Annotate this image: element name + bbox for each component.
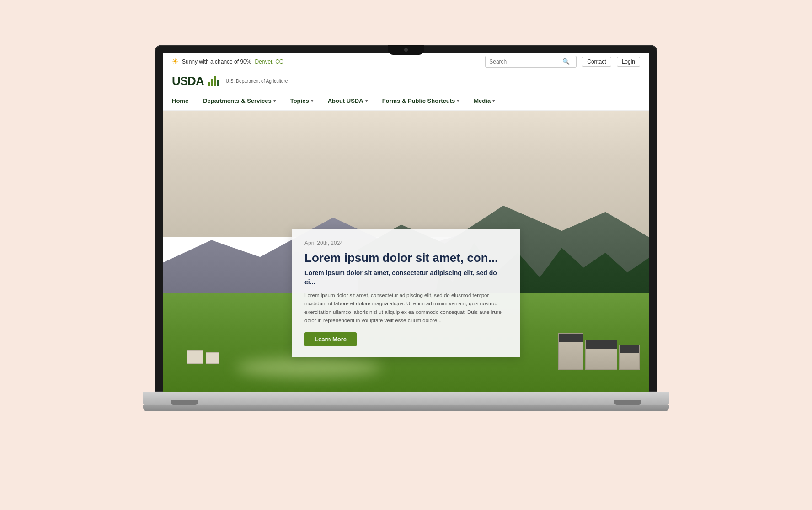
nav-item-departments[interactable]: Departments & Services ▾ [196, 91, 283, 110]
nav-departments-label: Departments & Services [203, 97, 272, 104]
roof-1 [559, 334, 583, 342]
weather-location: Denver, CO [255, 58, 283, 65]
card-body-text: Lorem ipsum dolor sit amet, consectetur … [304, 291, 508, 325]
sky-layer [163, 111, 649, 237]
nav-item-home[interactable]: Home [172, 91, 196, 110]
logo-section[interactable]: USDA U.S. Department of Agriculture [172, 74, 288, 88]
media-chevron-icon: ▾ [492, 98, 495, 103]
buildings-left [187, 350, 219, 364]
search-bar[interactable]: 🔍 [485, 56, 577, 68]
logo-bar-3 [214, 76, 216, 86]
nav-item-forms[interactable]: Forms & Public Shortcuts ▾ [375, 91, 467, 110]
nav-item-media[interactable]: Media ▾ [466, 91, 502, 110]
forms-chevron-icon: ▾ [457, 98, 459, 103]
laptop-foot-right [614, 400, 641, 405]
contact-button[interactable]: Contact [582, 57, 611, 67]
search-contact-section: 🔍 Contact Login [485, 56, 640, 68]
nav-item-topics[interactable]: Topics ▾ [283, 91, 321, 110]
building-2 [585, 340, 617, 370]
laptop-base [143, 392, 669, 405]
laptop-shell: ☀ Sunny with a chance of 90% Denver, CO … [132, 45, 680, 465]
building-1 [558, 333, 583, 370]
hero-content-card: April 20th, 2024 Lorem ipsum dolor sit a… [292, 229, 520, 357]
roof-3 [620, 345, 639, 353]
nav-item-about[interactable]: About USDA ▾ [321, 91, 375, 110]
website: ☀ Sunny with a chance of 90% Denver, CO … [163, 53, 649, 392]
nav-forms-label: Forms & Public Shortcuts [382, 97, 455, 104]
site-header: USDA U.S. Department of Agriculture [163, 70, 649, 91]
departments-chevron-icon: ▾ [273, 98, 276, 103]
card-title: Lorem ipsum dolor sit amet, con... [304, 251, 508, 265]
weather-text: Sunny with a chance of 90% [182, 58, 251, 65]
building-3 [619, 345, 640, 370]
laptop-screen-inner: ☀ Sunny with a chance of 90% Denver, CO … [163, 53, 649, 392]
agency-name: U.S. Department of Agriculture [226, 79, 288, 84]
logo-bar-2 [211, 79, 213, 86]
login-button[interactable]: Login [617, 57, 640, 67]
small-house-1 [187, 350, 203, 364]
weather-icon: ☀ [172, 57, 178, 66]
main-nav: Home Departments & Services ▾ Topics ▾ A… [163, 91, 649, 111]
weather-section: ☀ Sunny with a chance of 90% Denver, CO [172, 57, 283, 66]
about-chevron-icon: ▾ [365, 98, 368, 103]
card-subtitle: Lorem ipsum dolor sit amet, consectetur … [304, 269, 508, 287]
laptop-screen-outer: ☀ Sunny with a chance of 90% Denver, CO … [155, 45, 657, 392]
nav-about-label: About USDA [328, 97, 363, 104]
nav-topics-label: Topics [290, 97, 309, 104]
logo-bar-4 [217, 80, 219, 86]
field-light [236, 358, 382, 377]
laptop-hinge [143, 405, 669, 411]
utility-bar: ☀ Sunny with a chance of 90% Denver, CO … [163, 53, 649, 70]
usda-logo-text: USDA [172, 74, 204, 88]
laptop-notch [388, 45, 424, 55]
logo-bar-1 [208, 82, 210, 86]
learn-more-button[interactable]: Learn More [304, 332, 357, 346]
laptop-camera [404, 48, 408, 52]
small-house-2 [206, 352, 219, 364]
buildings-right [558, 333, 640, 370]
laptop-foot-left [171, 400, 198, 405]
search-icon: 🔍 [562, 58, 570, 65]
logo-bars [208, 75, 219, 86]
search-input[interactable] [489, 58, 562, 65]
topics-chevron-icon: ▾ [311, 98, 313, 103]
nav-home-label: Home [172, 97, 188, 104]
card-date: April 20th, 2024 [304, 240, 508, 246]
hero-section: April 20th, 2024 Lorem ipsum dolor sit a… [163, 111, 649, 392]
roof-2 [586, 340, 617, 349]
nav-media-label: Media [474, 97, 491, 104]
